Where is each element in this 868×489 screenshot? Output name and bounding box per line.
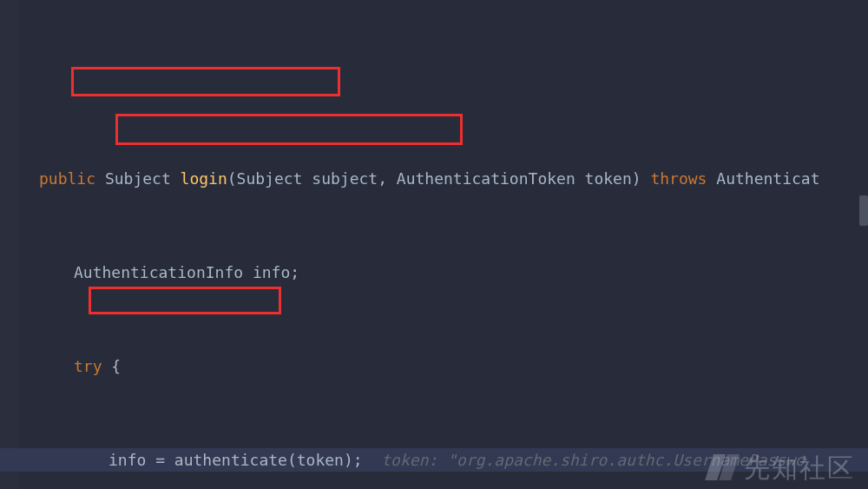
annotation-box-1	[71, 67, 340, 96]
code-editor[interactable]: public Subject login(Subject subject, Au…	[0, 0, 868, 489]
editor-gutter	[0, 0, 19, 489]
code-line: AuthenticationInfo info;	[22, 261, 868, 284]
code-line: try {	[22, 354, 868, 378]
code-line-current: info = authenticate(token); token: "org.…	[22, 448, 868, 472]
inline-hint: token: "org.apache.shiro.authc.UsernameP…	[363, 451, 805, 469]
scrollbar-thumb[interactable]	[859, 195, 868, 226]
code-line: public Subject login(Subject subject, Au…	[22, 167, 868, 190]
code-block: public Subject login(Subject subject, Au…	[22, 94, 868, 489]
